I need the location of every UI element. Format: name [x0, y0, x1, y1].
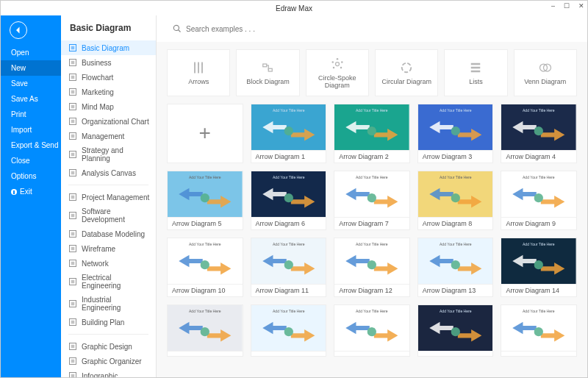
file-menu-new[interactable]: New — [1, 60, 61, 76]
category-graphic-organizer[interactable]: Graphic Organizer — [61, 354, 156, 368]
category-building-plan[interactable]: Building Plan — [61, 315, 156, 329]
category-organizational-chart[interactable]: Organizational Chart — [61, 114, 156, 129]
category-flowchart[interactable]: Flowchart — [61, 70, 156, 85]
category-graphic-design[interactable]: Graphic Design — [61, 339, 156, 354]
briefcase-icon — [68, 58, 77, 67]
template-card[interactable]: Add Your Title Here Arrow Diagram 10 — [167, 238, 243, 297]
category-network[interactable]: Network — [61, 256, 156, 271]
file-menu-options[interactable]: Options — [1, 168, 61, 184]
type-block-diagram[interactable]: Block Diagram — [236, 49, 299, 96]
template-gallery[interactable]: + Add Your Title Here Arrow Diagram 1 Ad… — [157, 104, 587, 378]
category-project-management[interactable]: Project Management — [61, 190, 156, 204]
template-card[interactable]: Add Your Title Here — [501, 304, 577, 357]
category-software-development[interactable]: Software Development — [61, 204, 156, 227]
template-card[interactable]: Add Your Title Here — [167, 304, 243, 357]
file-sidebar: OpenNewSaveSave AsPrintImportExport & Se… — [1, 15, 61, 378]
svg-point-64 — [284, 126, 293, 135]
category-analysis-canvas[interactable]: Analysis Canvas — [61, 165, 156, 180]
category-label: Infographic — [82, 372, 118, 379]
file-menu-label: Save As — [11, 95, 38, 103]
app-title: Edraw Max — [276, 4, 312, 13]
template-card[interactable]: Add Your Title Here Arrow Diagram 5 — [167, 171, 243, 230]
category-heading: Basic Diagram — [61, 15, 156, 40]
category-electrical-engineering[interactable]: Electrical Engineering — [61, 271, 156, 293]
category-business[interactable]: Business — [61, 55, 156, 70]
category-database-modeling[interactable]: Database Modeling — [61, 227, 156, 241]
template-label: Arrow Diagram 2 — [334, 150, 409, 163]
category-wireframe[interactable]: Wireframe — [61, 241, 156, 256]
category-strategy-and-planning[interactable]: Strategy and Planning — [61, 143, 156, 165]
svg-point-115 — [451, 327, 459, 336]
template-blank[interactable]: + — [167, 104, 243, 163]
template-card[interactable]: Add Your Title Here Arrow Diagram 9 — [501, 171, 577, 230]
svg-rect-13 — [71, 135, 75, 138]
svg-point-53 — [340, 67, 343, 69]
category-label: Mind Map — [82, 103, 114, 111]
gd-icon — [68, 342, 77, 351]
svg-point-91 — [201, 260, 209, 269]
svg-rect-5 — [71, 76, 75, 79]
svg-rect-57 — [471, 63, 481, 65]
svg-point-82 — [368, 193, 376, 202]
exit-icon — [11, 189, 17, 195]
template-card[interactable]: Add Your Title Here Arrow Diagram 3 — [417, 104, 494, 163]
svg-rect-25 — [71, 247, 75, 251]
type-venn-diagram[interactable]: Venn Diagram — [514, 49, 577, 96]
close-button[interactable]: ✕ — [578, 2, 584, 10]
type-circle-spoke-diagram[interactable]: Circle-Spoke Diagram — [306, 49, 369, 96]
svg-rect-17 — [71, 171, 75, 175]
template-card[interactable]: Add Your Title Here — [334, 304, 410, 357]
category-infographic[interactable]: Infographic — [61, 368, 156, 378]
back-button[interactable] — [10, 21, 27, 39]
svg-text:Add Your Title Here: Add Your Title Here — [356, 242, 388, 246]
file-menu-label: Open — [11, 49, 29, 57]
category-label: Project Management — [82, 193, 149, 202]
maximize-button[interactable]: ☐ — [564, 2, 570, 10]
category-basic-diagram[interactable]: Basic Diagram — [61, 40, 156, 55]
type-lists[interactable]: Lists — [444, 49, 507, 96]
category-marketing[interactable]: Marketing — [61, 85, 156, 99]
type-circular-diagram[interactable]: Circular Diagram — [375, 49, 438, 96]
template-card[interactable]: Add Your Title Here Arrow Diagram 14 — [501, 238, 577, 297]
minimize-button[interactable]: – — [551, 2, 555, 10]
search-input[interactable] — [186, 25, 333, 33]
template-card[interactable]: Add Your Title Here Arrow Diagram 13 — [417, 238, 494, 297]
file-menu-save-as[interactable]: Save As — [1, 91, 61, 107]
category-management[interactable]: Management — [61, 129, 156, 143]
category-mind-map[interactable]: Mind Map — [61, 99, 156, 114]
template-card[interactable]: Add Your Title Here Arrow Diagram 2 — [334, 104, 410, 163]
svg-rect-7 — [71, 90, 75, 94]
template-thumb: Add Your Title Here — [418, 171, 493, 217]
template-thumb: Add Your Title Here — [251, 238, 326, 284]
template-label: Arrow Diagram 4 — [501, 150, 576, 163]
template-label: Arrow Diagram 9 — [501, 217, 576, 229]
template-card[interactable]: Add Your Title Here Arrow Diagram 11 — [251, 238, 327, 297]
file-menu-exit[interactable]: Exit — [1, 184, 61, 199]
file-menu-save[interactable]: Save — [1, 76, 61, 91]
template-thumb: Add Your Title Here — [251, 305, 326, 351]
file-menu-open[interactable]: Open — [1, 45, 61, 60]
template-card[interactable]: Add Your Title Here Arrow Diagram 1 — [251, 104, 327, 163]
template-card[interactable]: Add Your Title Here Arrow Diagram 7 — [334, 171, 410, 230]
category-industrial-engineering[interactable]: Industrial Engineering — [61, 293, 156, 315]
template-card[interactable]: Add Your Title Here — [417, 304, 494, 357]
svg-point-88 — [534, 193, 543, 202]
type-arrows[interactable]: Arrows — [167, 49, 230, 96]
type-label: Circular Diagram — [381, 78, 431, 85]
file-menu-close[interactable]: Close — [1, 153, 61, 168]
separator — [68, 185, 148, 185]
category-label: Flowchart — [82, 74, 113, 82]
template-label: Arrow Diagram 1 — [251, 150, 326, 163]
template-card[interactable]: Add Your Title Here — [251, 304, 327, 357]
svg-rect-1 — [71, 46, 75, 50]
file-menu-print[interactable]: Print — [1, 107, 61, 122]
file-menu-export-send[interactable]: Export & Send — [1, 138, 61, 153]
template-card[interactable]: Add Your Title Here Arrow Diagram 6 — [251, 171, 327, 230]
file-menu-import[interactable]: Import — [1, 122, 61, 138]
template-card[interactable]: Add Your Title Here Arrow Diagram 12 — [334, 238, 410, 297]
svg-point-112 — [368, 327, 376, 336]
template-card[interactable]: Add Your Title Here Arrow Diagram 4 — [501, 104, 577, 163]
template-card[interactable]: Add Your Title Here Arrow Diagram 8 — [417, 171, 494, 230]
svg-text:Add Your Title Here: Add Your Title Here — [356, 309, 388, 313]
title-bar: Edraw Max – ☐ ✕ — [1, 1, 587, 15]
